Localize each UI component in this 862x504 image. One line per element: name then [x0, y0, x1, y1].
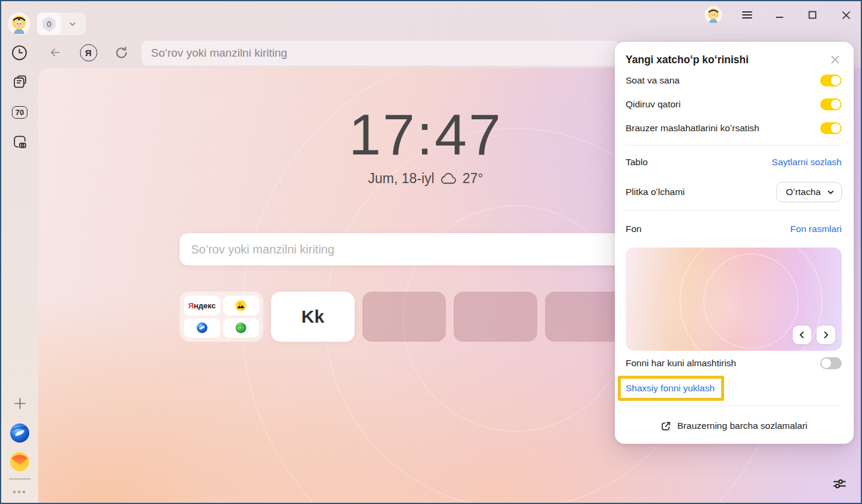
all-settings-label: Brauzerning barcha sozlamalari [678, 420, 808, 431]
temperature-label[interactable]: 27° [463, 171, 484, 187]
speed-score-button[interactable]: 70 [1, 104, 38, 120]
yandex-wordmark: Яндекс [188, 301, 216, 310]
subtile-images[interactable] [223, 296, 260, 316]
tile-letter-label: Kk [301, 307, 324, 327]
tutorial-highlight-box: Shaxsiy fonni yuklash [618, 376, 724, 401]
cloud-icon [440, 172, 457, 185]
close-icon [842, 11, 851, 20]
yandex-mail-shortcut[interactable] [1, 452, 38, 472]
blue-sphere-icon [10, 423, 30, 443]
all-settings-button[interactable]: Brauzerning barcha sozlamalari [626, 406, 842, 446]
setting-label: Soat va sana [626, 75, 679, 86]
chevron-down-icon [827, 188, 835, 196]
notes-button[interactable] [1, 74, 38, 89]
profile-avatar-small[interactable] [704, 6, 722, 24]
panel-close-button[interactable] [829, 53, 842, 66]
setting-row-search: Qidiruv qatori [626, 92, 842, 116]
address-bar[interactable] [141, 41, 619, 66]
subtile-green-service[interactable] [223, 319, 260, 338]
close-icon [830, 55, 840, 64]
mail-envelope-icon [10, 452, 30, 472]
tile-size-select[interactable]: Oʻrtacha [776, 182, 842, 202]
setting-label: Plitka oʻlchami [626, 187, 685, 197]
back-button[interactable] [42, 37, 68, 68]
yandex-logo-icon: Я [80, 44, 97, 61]
address-input[interactable] [141, 41, 619, 66]
menu-button[interactable] [738, 6, 756, 24]
customize-background-button[interactable] [831, 475, 848, 492]
tune-sliders-icon [832, 476, 848, 492]
history-clock-icon [11, 45, 27, 61]
active-tab[interactable]: 0 [37, 13, 61, 35]
setting-row-daily-background: Fonni har kuni almashtirish [626, 351, 842, 376]
yandex-browser-shortcut[interactable] [1, 423, 38, 443]
tab-strip: 0 [1, 1, 861, 37]
history-button[interactable] [6, 37, 32, 68]
panel-title: Yangi xatchoʻp koʻrinishi [626, 54, 749, 66]
notes-icon [12, 74, 28, 90]
background-preview [626, 248, 842, 351]
green-sphere-icon [235, 322, 247, 333]
subtile-browser[interactable] [184, 319, 220, 338]
tab-list-dropdown[interactable] [68, 20, 77, 29]
sidebar-more-button[interactable]: ••• [1, 487, 38, 497]
maximize-button[interactable] [803, 6, 821, 24]
setting-row-background: Fon Fon rasmlari [626, 211, 842, 248]
setting-row-clock: Soat va sana [626, 69, 842, 92]
yandex-images-icon [235, 300, 247, 311]
setting-label: Fon [626, 224, 642, 234]
chevron-left-icon [798, 331, 806, 339]
tile-yandex-group[interactable]: Яндекс [180, 292, 263, 342]
preview-ring [703, 253, 799, 349]
browser-window: { "window": { "tab_badge": "0" }, "chrom… [0, 0, 862, 504]
toggle-daily-background[interactable] [820, 357, 842, 369]
tile-bookmark-kk[interactable]: Kk [271, 292, 355, 342]
configure-sites-link[interactable]: Saytlarni sozlash [772, 157, 842, 168]
avatar-girl-icon [8, 13, 30, 35]
more-dots-icon: ••• [13, 486, 27, 498]
new-tab-settings-panel: Yangi xatchoʻp koʻrinishi Soat va sana Q… [615, 42, 854, 444]
tile-placeholder[interactable] [454, 292, 537, 342]
external-link-icon [660, 420, 672, 432]
setting-label: Qidiruv qatori [626, 99, 681, 110]
setting-row-tips: Brauzer maslahatlarini koʻrsatish [626, 116, 842, 140]
blue-sphere-small-icon [196, 322, 208, 333]
reload-button[interactable] [108, 37, 134, 68]
add-panel-button[interactable] [1, 395, 38, 411]
toggle-search-row[interactable] [820, 98, 842, 110]
minimize-icon [775, 11, 784, 19]
yandex-home-button[interactable]: Я [75, 37, 101, 68]
tile-placeholder[interactable] [362, 292, 446, 342]
setting-label: Fonni har kuni almashtirish [626, 358, 736, 369]
tab-counter-badge: 0 [42, 17, 56, 32]
back-arrow-icon [48, 45, 62, 60]
avatar-girl-icon [704, 6, 722, 24]
tiles-row: Яндекс [180, 292, 629, 342]
setting-label: Brauzer maslahatlarini koʻrsatish [626, 123, 759, 134]
hamburger-menu-icon [742, 11, 752, 19]
setting-row-tablo: Tablo Saytlarni sozlash [626, 146, 842, 179]
upload-personal-background-link[interactable]: Shaxsiy fonni yuklash [626, 383, 715, 393]
plus-icon [13, 397, 27, 410]
date-label: Jum, 18-iyl [368, 171, 435, 187]
tab-group: 0 [37, 13, 86, 35]
chevron-right-icon [822, 331, 830, 339]
background-gallery-link[interactable]: Fon rasmlari [790, 224, 842, 234]
chevron-down-icon [68, 20, 77, 29]
previous-background-button[interactable] [793, 326, 811, 344]
reload-icon [114, 45, 129, 60]
toggle-browser-tips[interactable] [820, 122, 842, 134]
profile-avatar[interactable] [8, 13, 30, 35]
sidebar-divider [9, 478, 30, 480]
subtile-yandex[interactable]: Яндекс [184, 296, 220, 316]
screenshot-camera-icon [11, 134, 28, 150]
setting-row-tile-size: Plitka oʻlchami Oʻrtacha [626, 179, 842, 205]
setting-label: Tablo [626, 157, 648, 168]
next-background-button[interactable] [817, 326, 835, 344]
minimize-button[interactable] [771, 6, 789, 24]
toggle-clock-date[interactable] [820, 75, 842, 86]
tile-size-value: Oʻrtacha [786, 187, 821, 197]
close-window-button[interactable] [837, 6, 855, 24]
screenshot-button[interactable] [1, 134, 38, 150]
maximize-icon [808, 11, 817, 19]
